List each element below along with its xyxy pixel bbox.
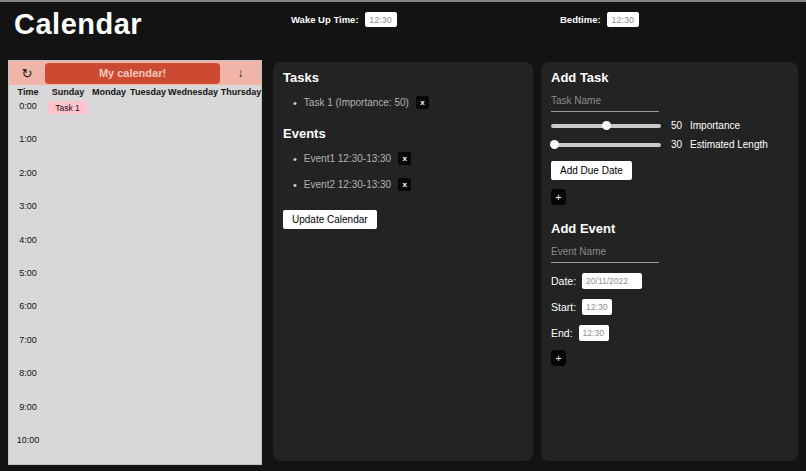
day-header-cell: Thursday <box>219 87 263 97</box>
day-header-row: TimeSundayMondayTuesdayWednesdayThursday <box>9 85 261 98</box>
time-label: 10:00 <box>9 432 47 464</box>
event-end-row: End: <box>551 325 788 341</box>
slider-track <box>551 143 661 147</box>
add-event-heading: Add Event <box>551 221 788 236</box>
calendar-panel: ↻ My calendar! ↓ TimeSundayMondayTuesday… <box>8 60 262 465</box>
window-top-strip <box>0 0 806 2</box>
estimated-length-value: 30 <box>669 139 682 150</box>
task-item: Task 1 (Importance: 50)x <box>293 96 523 109</box>
download-icon: ↓ <box>238 66 244 80</box>
wake-up-time-label: Wake Up Time: <box>291 14 359 25</box>
task-item-label: Task 1 (Importance: 50) <box>304 97 409 108</box>
event-date-input[interactable] <box>582 273 642 289</box>
add-panel: Add Task 50 Importance 30 Estimated Leng… <box>541 62 798 461</box>
slider-thumb[interactable] <box>550 140 559 149</box>
time-label: 1:00 <box>9 131 47 164</box>
refresh-button[interactable]: ↻ <box>9 61 45 85</box>
event-end-input[interactable] <box>579 325 609 341</box>
estimated-length-slider-row: 30 Estimated Length <box>551 139 788 150</box>
day-header-cell: Sunday <box>47 87 89 97</box>
event-item-label: Event1 12:30-13:30 <box>304 153 391 164</box>
calendar-header: ↻ My calendar! ↓ <box>9 61 261 85</box>
time-label: 4:00 <box>9 232 47 265</box>
add-task-heading: Add Task <box>551 70 788 85</box>
update-calendar-button[interactable]: Update Calendar <box>283 210 377 229</box>
event-start-input[interactable] <box>582 299 612 315</box>
page-title: Calendar <box>14 8 142 41</box>
calendar-grid[interactable]: 0:001:002:003:004:005:006:007:008:009:00… <box>9 98 261 464</box>
end-label: End: <box>551 327 573 339</box>
add-task-button[interactable]: + <box>551 189 566 205</box>
calendar-title-banner: My calendar! <box>45 63 220 84</box>
time-label: 0:00 <box>9 98 47 131</box>
time-label: 7:00 <box>9 332 47 365</box>
start-label: Start: <box>551 301 576 313</box>
date-label: Date: <box>551 275 576 287</box>
tasks-events-panel: Tasks Task 1 (Importance: 50)x Events Ev… <box>273 62 533 461</box>
event-date-row: Date: <box>551 273 788 289</box>
day-header-cell: Wednesday <box>167 87 219 97</box>
time-label: 9:00 <box>9 399 47 432</box>
wake-up-time-input[interactable] <box>365 12 397 27</box>
event-item: Event2 12:30-13:30x <box>293 178 523 191</box>
event-item: Event1 12:30-13:30x <box>293 152 523 165</box>
download-button[interactable]: ↓ <box>220 61 261 85</box>
bedtime-label: Bedtime: <box>560 14 601 25</box>
remove-event-item-button[interactable]: x <box>398 178 411 191</box>
importance-slider-row: 50 Importance <box>551 120 788 131</box>
wake-up-time-field: Wake Up Time: <box>291 12 397 27</box>
day-header-cell: Tuesday <box>129 87 167 97</box>
time-column: 0:001:002:003:004:005:006:007:008:009:00… <box>9 98 47 464</box>
importance-value: 50 <box>669 120 682 131</box>
time-label: 3:00 <box>9 198 47 231</box>
refresh-icon: ↻ <box>22 66 33 81</box>
importance-label: Importance <box>690 120 740 131</box>
remove-task-item-button[interactable]: x <box>416 96 429 109</box>
importance-slider[interactable] <box>551 121 661 130</box>
events-heading: Events <box>283 126 523 141</box>
remove-event-item-button[interactable]: x <box>398 152 411 165</box>
bedtime-input[interactable] <box>607 12 639 27</box>
tasks-heading: Tasks <box>283 70 523 85</box>
task-name-input[interactable] <box>551 93 659 112</box>
time-label: 5:00 <box>9 265 47 298</box>
estimated-length-label: Estimated Length <box>690 139 768 150</box>
tasks-list: Task 1 (Importance: 50)x <box>283 96 523 109</box>
events-list: Event1 12:30-13:30xEvent2 12:30-13:30x <box>283 152 523 191</box>
bedtime-field: Bedtime: <box>560 12 639 27</box>
add-due-date-button[interactable]: Add Due Date <box>551 161 632 180</box>
time-label: 8:00 <box>9 365 47 398</box>
slider-thumb[interactable] <box>602 121 611 130</box>
event-start-row: Start: <box>551 299 788 315</box>
day-header-cell: Time <box>9 87 47 97</box>
time-label: 2:00 <box>9 165 47 198</box>
event-item-label: Event2 12:30-13:30 <box>304 179 391 190</box>
add-event-button[interactable]: + <box>551 350 566 366</box>
day-header-cell: Monday <box>89 87 129 97</box>
estimated-length-slider[interactable] <box>551 140 661 149</box>
calendar-task-block[interactable]: Task 1 <box>48 101 87 114</box>
time-label: 6:00 <box>9 298 47 331</box>
event-name-input[interactable] <box>551 244 659 263</box>
